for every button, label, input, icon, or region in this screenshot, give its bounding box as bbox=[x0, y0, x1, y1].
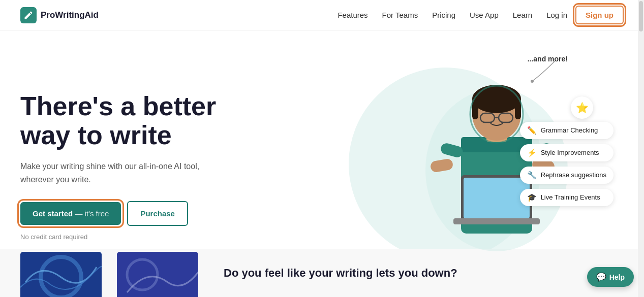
logo[interactable]: ProWritingAid bbox=[20, 7, 99, 23]
no-credit-text: No credit card required bbox=[20, 233, 305, 241]
svg-rect-17 bbox=[453, 218, 540, 224]
logo-icon bbox=[20, 7, 37, 23]
and-more-label: ...and more! bbox=[528, 55, 568, 63]
signup-button[interactable]: Sign up bbox=[575, 6, 624, 24]
nav-features[interactable]: Features bbox=[338, 11, 367, 19]
scrollbar[interactable] bbox=[638, 0, 644, 297]
scroll-thumb[interactable] bbox=[639, 1, 643, 31]
help-button[interactable]: 💬 Help bbox=[587, 267, 634, 287]
feature-pills: ✏️ Grammar Checking ⚡ Style Improvements… bbox=[520, 122, 614, 206]
chat-icon: 💬 bbox=[596, 272, 606, 282]
training-icon: 🎓 bbox=[527, 193, 537, 202]
get-started-button[interactable]: Get started — it's free bbox=[20, 202, 121, 225]
pill-grammar: ✏️ Grammar Checking bbox=[520, 122, 614, 139]
pill-style: ⚡ Style Improvements bbox=[520, 144, 614, 161]
style-icon: ⚡ bbox=[527, 148, 537, 157]
star-badge: ⭐ bbox=[571, 96, 593, 119]
nav-learn[interactable]: Learn bbox=[513, 11, 532, 19]
hero-subtitle: Make your writing shine with our all-in-… bbox=[20, 160, 213, 186]
navbar: ProWritingAid Features For Teams Pricing… bbox=[0, 0, 644, 30]
brand-name: ProWritingAid bbox=[41, 10, 99, 20]
hero-buttons: Get started — it's free Purchase bbox=[20, 201, 305, 226]
svg-point-5 bbox=[472, 85, 521, 113]
svg-point-19 bbox=[531, 80, 534, 83]
artwork-thumbnail-2 bbox=[117, 252, 198, 298]
pill-rephrase: 🔧 Rephrase suggestions bbox=[520, 167, 614, 184]
artwork-thumbnail-1 bbox=[20, 252, 102, 298]
nav-pricing[interactable]: Pricing bbox=[432, 11, 455, 19]
login-link[interactable]: Log in bbox=[546, 11, 567, 19]
grammar-icon: ✏️ bbox=[527, 126, 537, 135]
purchase-button[interactable]: Purchase bbox=[127, 201, 188, 226]
rephrase-icon: 🔧 bbox=[527, 171, 537, 180]
pill-training: 🎓 Live Training Events bbox=[520, 189, 614, 206]
nav-links: Features For Teams Pricing Use App Learn bbox=[338, 11, 532, 20]
hero-title: There's a better way to write bbox=[20, 92, 305, 150]
nav-for-teams[interactable]: For Teams bbox=[382, 11, 418, 19]
nav-actions: Log in Sign up bbox=[546, 6, 624, 24]
bottom-question: Do you feel like your writing lets you d… bbox=[224, 267, 624, 280]
nav-use-app[interactable]: Use App bbox=[470, 11, 499, 19]
